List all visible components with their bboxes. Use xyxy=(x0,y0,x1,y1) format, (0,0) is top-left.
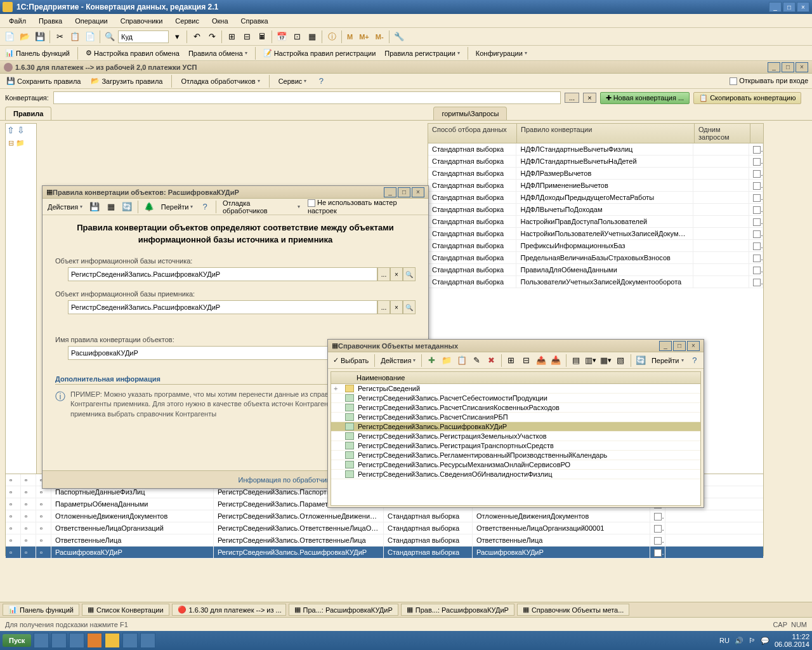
calendar-icon[interactable]: 📅 xyxy=(275,30,289,44)
table-row[interactable]: ▫▫▫ОтложенныеДвиженияДокументовРегистрСв… xyxy=(6,510,763,522)
dlg2-delete-icon[interactable]: ✖ xyxy=(485,354,497,368)
open-icon[interactable]: 📂 xyxy=(18,30,32,44)
menu-catalogs[interactable]: Справочники xyxy=(115,16,168,26)
dest-clear[interactable]: × xyxy=(390,300,403,314)
dlg2-i3[interactable]: 📤 xyxy=(535,354,547,368)
dropdown-icon[interactable]: ▾ xyxy=(170,30,184,44)
dest-ellipsis[interactable]: ... xyxy=(377,300,390,314)
redo-icon[interactable]: ↷ xyxy=(205,30,219,44)
open-on-start-checkbox[interactable]: Открывать при входе xyxy=(730,77,808,85)
paste-icon[interactable]: 📄 xyxy=(83,30,97,44)
tb-icon-1[interactable]: ⊞ xyxy=(225,30,239,44)
list-item[interactable]: РегистрСведенийЗапись.Регламентированный… xyxy=(331,451,700,460)
dlg1-goto[interactable]: Перейти ▾ xyxy=(159,202,196,212)
dlg2-i7[interactable]: ▦▾ xyxy=(599,354,612,368)
list-item[interactable]: РегистрСведенийЗапись.РегистрацияЗемельн… xyxy=(331,432,700,441)
help-icon[interactable]: ⓘ xyxy=(325,30,339,44)
source-clear[interactable]: × xyxy=(390,267,403,281)
list-item[interactable]: РегистрСведенийЗапись.РасшифровкаКУДиР xyxy=(331,422,700,432)
reg-rules-button[interactable]: Правила регистрации ▾ xyxy=(382,48,462,58)
minimize-button[interactable]: _ xyxy=(769,2,782,12)
task-list[interactable]: ▦ Список Конвертации xyxy=(82,604,169,616)
menu-edit[interactable]: Правка xyxy=(34,16,67,26)
table-row[interactable]: Стандартная выборкаНДФЛПрименениеВычетов xyxy=(428,180,763,192)
table-row[interactable]: ▫▫▫ОтветственныеЛицаОрганизацийРегистрСв… xyxy=(6,522,763,534)
no-wizard-checkbox[interactable]: Не использовать мастер настроек xyxy=(308,199,426,215)
task-conv[interactable]: 🔴 1.6.30 для платежек --> из ... xyxy=(172,604,286,616)
dlg2-i5[interactable]: ▤ xyxy=(570,354,582,368)
tab-rules[interactable]: Правила xyxy=(5,107,51,120)
conv-clear[interactable]: × xyxy=(583,93,596,103)
os-icon-6[interactable] xyxy=(122,633,138,648)
load-rules-button[interactable]: 📂 Загрузить правила xyxy=(88,76,165,86)
conversion-input[interactable] xyxy=(53,91,561,104)
dlg1-refresh-icon[interactable]: 🔄 xyxy=(120,200,134,214)
maximize-button[interactable]: □ xyxy=(783,2,796,12)
dlg2-i8[interactable]: ▧ xyxy=(614,354,627,368)
list-item[interactable]: РегистрСведенийЗапись.РегистрацияТранспо… xyxy=(331,441,700,451)
help-icon-2[interactable]: ? xyxy=(314,74,328,88)
new-icon[interactable]: 📄 xyxy=(3,30,16,44)
tray-icon-2[interactable]: 🏳 xyxy=(749,637,756,644)
table-row[interactable]: Стандартная выборкаПредельнаяВеличинаБаз… xyxy=(428,252,763,264)
table-row[interactable]: Стандартная выборкаНастройкиПравДоступаП… xyxy=(428,216,763,228)
task-rule2[interactable]: ▦ Прав...: РасшифровкаКУДиР xyxy=(401,604,514,616)
dlg2-add-icon[interactable]: ✚ xyxy=(425,354,438,368)
table-row[interactable]: Стандартная выборкаНастройкиПользователе… xyxy=(428,228,763,240)
panel-functions-button[interactable]: 📊 Панель функций xyxy=(3,48,72,58)
os-icon-2[interactable] xyxy=(51,633,67,648)
table-row[interactable]: Стандартная выборкаНДФЛСтандартныеВычеты… xyxy=(428,143,763,156)
dlg1-help-icon[interactable]: ? xyxy=(198,200,212,214)
list-item[interactable]: РегистрСведенийЗапись.РесурсыМеханизмаОн… xyxy=(331,460,700,470)
dlg2-i4[interactable]: 📥 xyxy=(549,354,562,368)
subwin-minimize[interactable]: _ xyxy=(768,62,780,72)
m-plus-button[interactable]: M+ xyxy=(357,33,372,41)
dlg2-help-icon[interactable]: ? xyxy=(688,354,701,368)
dlg1-close[interactable]: × xyxy=(412,187,424,197)
dlg2-goto[interactable]: Перейти ▾ xyxy=(649,355,686,366)
dlg2-i6[interactable]: ▥▾ xyxy=(584,354,597,368)
os-icon-1[interactable] xyxy=(34,633,49,648)
menu-operations[interactable]: Операции xyxy=(70,16,112,26)
debug-handlers-button[interactable]: Отладка обработчиков ▾ xyxy=(178,76,262,86)
menu-file[interactable]: Файл xyxy=(4,16,31,26)
dlg1-save-icon[interactable]: 💾 xyxy=(88,200,102,214)
list-item[interactable]: РегистрСведенийЗапись.РасчетСписанияКосв… xyxy=(331,403,700,413)
dlg2-select[interactable]: ✓ Выбрать xyxy=(331,355,371,366)
tray-lang[interactable]: RU xyxy=(719,637,730,644)
source-input[interactable] xyxy=(68,267,377,281)
search-input[interactable] xyxy=(118,30,169,43)
dlg2-actions[interactable]: Действия ▾ xyxy=(378,355,418,366)
m-button[interactable]: M xyxy=(344,33,355,41)
menu-service[interactable]: Сервис xyxy=(170,16,204,26)
dlg2-refresh-icon[interactable]: 🔄 xyxy=(634,354,646,368)
tree-up-icon[interactable]: ⇧ xyxy=(7,125,15,135)
tree-down-icon[interactable]: ⇩ xyxy=(17,125,25,135)
dlg1-minimize[interactable]: _ xyxy=(384,187,396,197)
dlg2-folder-icon[interactable]: 📁 xyxy=(440,354,453,368)
table-row[interactable]: Стандартная выборкаПользователиУчетныхЗа… xyxy=(428,276,763,288)
tb-icon-3[interactable]: ⊡ xyxy=(290,30,304,44)
dest-input[interactable] xyxy=(68,300,377,314)
reg-settings-button[interactable]: 📝 Настройка правил регистрации xyxy=(261,48,379,58)
col-conversion-rule[interactable]: Правило конвертации xyxy=(517,124,695,143)
start-button[interactable]: Пуск xyxy=(3,634,31,647)
copy-icon[interactable]: 📋 xyxy=(68,30,82,44)
save-rules-button[interactable]: 💾 Сохранить правила xyxy=(4,76,83,86)
dlg2-edit-icon[interactable]: ✎ xyxy=(470,354,483,368)
table-row[interactable]: ▫▫▫РасшифровкаКУДиРРегистрСведенийЗапись… xyxy=(6,547,763,559)
subwin-maximize[interactable]: □ xyxy=(782,62,794,72)
task-catalog[interactable]: ▦ Справочник Объекты мета... xyxy=(517,604,630,616)
dlg2-close[interactable]: × xyxy=(687,341,700,351)
menu-help[interactable]: Справка xyxy=(236,16,273,26)
os-icon-7[interactable] xyxy=(140,633,155,648)
dlg1-list-icon[interactable]: ▦ xyxy=(104,200,118,214)
undo-icon[interactable]: ↶ xyxy=(190,30,204,44)
tab-algorithms[interactable]: горитмы\Запросы xyxy=(433,107,507,120)
save-icon[interactable]: 💾 xyxy=(33,30,47,44)
table-row[interactable]: Стандартная выборкаПравилаДляОбменаДанны… xyxy=(428,264,763,276)
dlg2-i1[interactable]: ⊞ xyxy=(505,354,518,368)
new-conversion-button[interactable]: ✚ Новая конвертация ... xyxy=(600,92,690,104)
tree-folder-icon[interactable]: ⊟ 📁 xyxy=(6,136,36,150)
tb-icon-2[interactable]: ⊟ xyxy=(240,30,254,44)
